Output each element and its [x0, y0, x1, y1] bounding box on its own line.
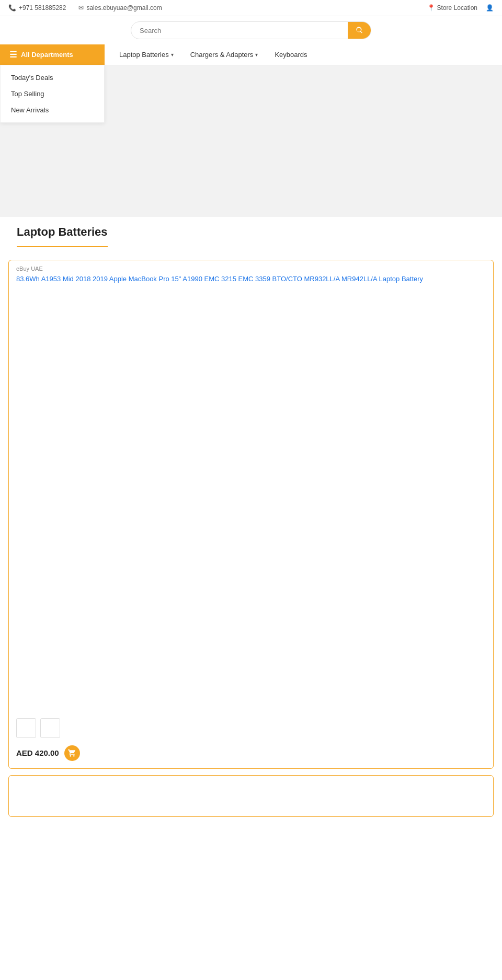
search-button[interactable]: [348, 22, 371, 39]
todays-deals-item[interactable]: Today's Deals: [1, 70, 104, 86]
section-title: Laptop Batteries: [17, 225, 108, 243]
cart-icon: [68, 749, 76, 757]
email-address: sales.ebuyuae@gmail.com: [86, 4, 162, 11]
user-icon-btn[interactable]: 👤: [486, 4, 494, 11]
product-price-row: AED 420.00: [9, 743, 493, 768]
product-price: AED 420.00: [16, 748, 59, 757]
product-seller: eBuy UAE: [9, 260, 493, 273]
location-icon: 📍: [427, 4, 435, 11]
laptop-batteries-section: Laptop Batteries eBuy UAE 83.6Wh A1953 M…: [0, 217, 502, 817]
phone-icon: 📞: [8, 4, 16, 11]
top-bar-right: 📍 Store Location 👤: [427, 4, 494, 11]
top-selling-item[interactable]: Top Selling: [1, 86, 104, 102]
add-to-cart-button[interactable]: [64, 745, 80, 761]
search-bar-container: [131, 21, 371, 39]
search-bar-section: [0, 16, 502, 44]
product-thumbnails: [9, 718, 493, 743]
section-title-underline: Laptop Batteries: [17, 225, 108, 247]
email-contact: ✉ sales.ebuyuae@gmail.com: [78, 4, 162, 11]
section-title-outer: Laptop Batteries: [8, 217, 494, 247]
all-departments-button[interactable]: ☰ All Departments: [0, 44, 105, 65]
search-input[interactable]: [131, 22, 348, 39]
store-location-link[interactable]: 📍 Store Location: [427, 4, 477, 11]
departments-dropdown: Today's Deals Top Selling New Arrivals: [0, 65, 105, 123]
product-title[interactable]: 83.6Wh A1953 Mid 2018 2019 Apple MacBook…: [9, 273, 493, 290]
phone-number: +971 581885282: [19, 4, 66, 11]
nav-bar: ☰ All Departments Today's Deals Top Sell…: [0, 44, 502, 65]
nav-chargers-adapters[interactable]: Chargers & Adapters ▾: [182, 45, 267, 64]
chevron-down-icon: ▾: [255, 52, 258, 57]
nav-laptop-batteries[interactable]: Laptop Batteries ▾: [111, 45, 182, 64]
product-card: eBuy UAE 83.6Wh A1953 Mid 2018 2019 Appl…: [8, 260, 494, 769]
thumbnail-1[interactable]: [16, 718, 36, 738]
chevron-down-icon: ▾: [171, 52, 174, 57]
nav-links: Laptop Batteries ▾ Chargers & Adapters ▾…: [105, 44, 316, 65]
new-arrivals-item[interactable]: New Arrivals: [1, 102, 104, 118]
phone-contact: 📞 +971 581885282: [8, 4, 66, 11]
search-icon: [355, 26, 363, 34]
all-departments-label: All Departments: [21, 51, 73, 59]
top-bar-left: 📞 +971 581885282 ✉ sales.ebuyuae@gmail.c…: [8, 4, 162, 11]
product-image-area: [9, 290, 493, 718]
store-location-label: Store Location: [437, 4, 477, 11]
user-icon: 👤: [486, 4, 494, 11]
nav-keyboards[interactable]: Keyboards: [266, 45, 315, 64]
email-icon: ✉: [78, 4, 84, 11]
thumbnail-2[interactable]: [40, 718, 60, 738]
top-bar: 📞 +971 581885282 ✉ sales.ebuyuae@gmail.c…: [0, 0, 502, 16]
product-card-2: [8, 775, 494, 817]
hamburger-icon: ☰: [9, 50, 17, 60]
